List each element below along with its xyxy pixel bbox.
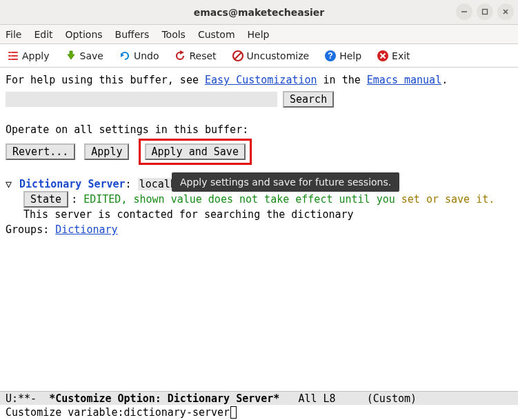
- state-text: EDITED, shown value does not take effect…: [83, 193, 401, 206]
- titlebar: emacs@maketecheasier: [0, 0, 518, 25]
- prohibit-icon: [232, 50, 244, 62]
- close-button[interactable]: [497, 3, 514, 20]
- setting-name[interactable]: Dictionary Server: [19, 178, 126, 190]
- help-line-prefix: For help using this buffer, see: [6, 74, 205, 86]
- reset-icon: [174, 50, 186, 62]
- groups-label: Groups:: [6, 223, 55, 236]
- modeline-right: All L8 (Custom): [279, 392, 417, 405]
- search-input[interactable]: [6, 92, 277, 107]
- minibuffer-prompt: Customize variable:: [6, 406, 124, 419]
- minibuffer-input[interactable]: dictionary-server: [124, 406, 230, 419]
- apply-button[interactable]: Apply: [84, 143, 129, 160]
- close-circle-icon: [377, 50, 389, 62]
- help-icon: ?: [324, 50, 337, 62]
- svg-rect-1: [483, 10, 488, 14]
- save-arrow-icon: [65, 50, 77, 62]
- window-title: emacs@maketecheasier: [0, 7, 518, 18]
- minibuffer[interactable]: Customize variable: dictionary-server: [0, 405, 518, 420]
- search-button[interactable]: Search: [283, 91, 334, 108]
- emacs-manual-link[interactable]: Emacs manual: [367, 74, 441, 86]
- toolbar-uncustomize[interactable]: Uncustomize: [232, 50, 310, 62]
- toolbar-exit-label: Exit: [392, 50, 410, 61]
- dictionary-group-link[interactable]: Dictionary: [55, 223, 117, 236]
- operate-line: Operate on all settings in this buffer:: [6, 123, 512, 137]
- state-text-tail: set or save it.: [401, 193, 495, 206]
- toolbar-exit[interactable]: Exit: [377, 50, 410, 62]
- maximize-button[interactable]: [477, 3, 493, 20]
- menu-help[interactable]: Help: [248, 29, 270, 40]
- minimize-button[interactable]: [456, 3, 472, 20]
- state-line: State: EDITED, shown value does not take…: [6, 191, 512, 208]
- toolbar-reset-label: Reset: [189, 50, 216, 61]
- menu-buffers[interactable]: Buffers: [115, 29, 150, 40]
- toolbar-save-label: Save: [80, 50, 103, 61]
- svg-text:?: ?: [328, 51, 332, 61]
- easy-customization-link[interactable]: Easy Customization: [205, 74, 317, 86]
- menu-tools[interactable]: Tools: [161, 29, 186, 40]
- help-line-suffix: .: [441, 74, 448, 86]
- modeline: U:**- *Customize Option: Dictionary Serv…: [0, 391, 518, 405]
- toolbar-help-label: Help: [339, 50, 361, 61]
- toolbar: Apply Save Undo Reset Uncustomize ? Help: [0, 44, 518, 68]
- revert-button[interactable]: Revert...: [6, 143, 75, 160]
- menu-edit[interactable]: Edit: [34, 29, 52, 40]
- toolbar-apply[interactable]: Apply: [7, 50, 50, 62]
- setting-description: This server is contacted for searching t…: [6, 208, 512, 221]
- toolbar-reset[interactable]: Reset: [174, 50, 216, 62]
- menu-file[interactable]: File: [6, 29, 21, 40]
- help-line: For help using this buffer, see Easy Cus…: [6, 73, 512, 87]
- toolbar-apply-label: Apply: [22, 50, 50, 61]
- apply-save-highlight: Apply and Save: [139, 139, 252, 165]
- help-line-mid: in the: [317, 74, 367, 86]
- groups-line: Groups: Dictionary: [6, 223, 512, 237]
- undo-icon: [119, 50, 131, 62]
- tooltip: Apply settings and save for future sessi…: [172, 172, 399, 192]
- modeline-buffer-name: *Customize Option: Dictionary Server*: [43, 392, 279, 405]
- modeline-left: U:**-: [6, 392, 43, 405]
- menu-options[interactable]: Options: [66, 29, 103, 40]
- svg-marker-12: [180, 50, 184, 54]
- settings-button-row: Revert... Apply Apply and Save: [6, 139, 512, 165]
- caret-icon: [230, 406, 237, 419]
- toolbar-undo[interactable]: Undo: [119, 50, 159, 62]
- state-button[interactable]: State: [23, 191, 68, 208]
- toolbar-help[interactable]: ? Help: [324, 50, 361, 62]
- menu-custom[interactable]: Custom: [198, 29, 235, 40]
- toolbar-uncustomize-label: Uncustomize: [247, 50, 310, 61]
- disclosure-triangle-icon[interactable]: ▽: [6, 178, 12, 190]
- apply-and-save-button[interactable]: Apply and Save: [145, 143, 246, 160]
- toolbar-save[interactable]: Save: [65, 50, 103, 62]
- list-icon: [7, 50, 19, 62]
- window-buttons: [456, 3, 514, 20]
- search-row: Search: [6, 91, 512, 108]
- svg-marker-10: [68, 51, 74, 59]
- toolbar-undo-label: Undo: [134, 50, 159, 61]
- customize-buffer: For help using this buffer, see Easy Cus…: [0, 68, 518, 237]
- svg-line-14: [235, 52, 241, 59]
- menubar: File Edit Options Buffers Tools Custom H…: [0, 25, 518, 44]
